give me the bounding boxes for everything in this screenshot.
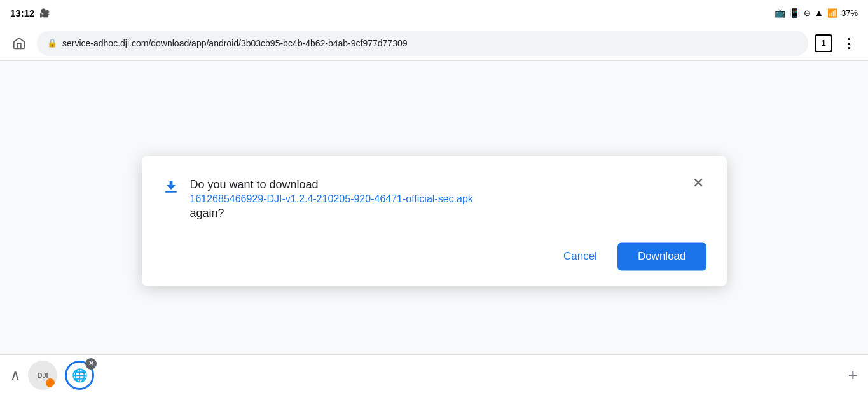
- tab-count-number: 1: [821, 38, 825, 48]
- download-dialog: Do you want to download 1612685466929-DJ…: [142, 156, 727, 286]
- url-text: service-adhoc.dji.com/download/app/andro…: [62, 38, 408, 48]
- status-bar-right: 📺 📳 ⊖ ▲ 📶 37%: [775, 8, 858, 18]
- dialog-body: Do you want to download 1612685466929-DJ…: [162, 176, 473, 222]
- status-bar-left: 13:12 🎥: [10, 8, 50, 18]
- dialog-again: again?: [190, 207, 224, 219]
- dialog-actions: Cancel Download: [162, 242, 706, 270]
- bottom-bar: ∧ DJI 🌐 ✕ +: [0, 354, 868, 395]
- expand-tabs-button[interactable]: ∧: [10, 367, 20, 384]
- dialog-message: Do you want to download 1612685466929-DJ…: [190, 176, 473, 222]
- plus-icon: +: [848, 365, 858, 384]
- globe-tab-wrapper: 🌐 ✕: [65, 361, 94, 390]
- add-tab-button[interactable]: +: [848, 365, 858, 385]
- battery-indicator: 37%: [841, 8, 858, 18]
- dialog-header: Do you want to download 1612685466929-DJ…: [162, 176, 706, 222]
- status-bar: 13:12 🎥 📺 📳 ⊖ ▲ 📶 37%: [0, 0, 868, 25]
- dji-tab-label: DJI: [37, 371, 48, 379]
- dialog-question: Do you want to download: [190, 178, 319, 191]
- bottom-bar-left: ∧ DJI 🌐 ✕: [10, 361, 94, 390]
- signal-icon: 📶: [827, 8, 837, 18]
- vibrate-icon: 📳: [789, 8, 800, 18]
- home-button[interactable]: [8, 32, 31, 55]
- main-content: Do you want to download 1612685466929-DJ…: [0, 61, 868, 354]
- tab-count-button[interactable]: 1: [815, 34, 832, 52]
- globe-tab-close-badge[interactable]: ✕: [85, 358, 97, 370]
- dji-tab-indicator: [46, 378, 55, 387]
- status-time: 13:12: [10, 8, 34, 18]
- dialog-close-button[interactable]: ✕: [690, 176, 706, 190]
- globe-icon: 🌐: [72, 368, 88, 383]
- cancel-button[interactable]: Cancel: [553, 244, 607, 269]
- dnd-icon: ⊖: [804, 8, 811, 18]
- lock-icon: 🔒: [47, 38, 57, 48]
- svg-rect-0: [165, 191, 177, 192]
- address-field[interactable]: 🔒 service-adhoc.dji.com/download/app/and…: [37, 31, 808, 56]
- download-button[interactable]: Download: [617, 242, 706, 270]
- cast-icon: 📺: [775, 8, 785, 18]
- dji-tab-thumbnail[interactable]: DJI: [28, 361, 57, 390]
- wifi-icon: ▲: [815, 8, 823, 18]
- address-bar-container: 🔒 service-adhoc.dji.com/download/app/and…: [0, 25, 868, 61]
- dialog-filename[interactable]: 1612685466929-DJI-v1.2.4-210205-920-4647…: [190, 193, 473, 205]
- camera-status-icon: 🎥: [39, 8, 50, 18]
- download-arrow-icon: [162, 177, 180, 200]
- more-options-button[interactable]: ⋮: [839, 33, 860, 53]
